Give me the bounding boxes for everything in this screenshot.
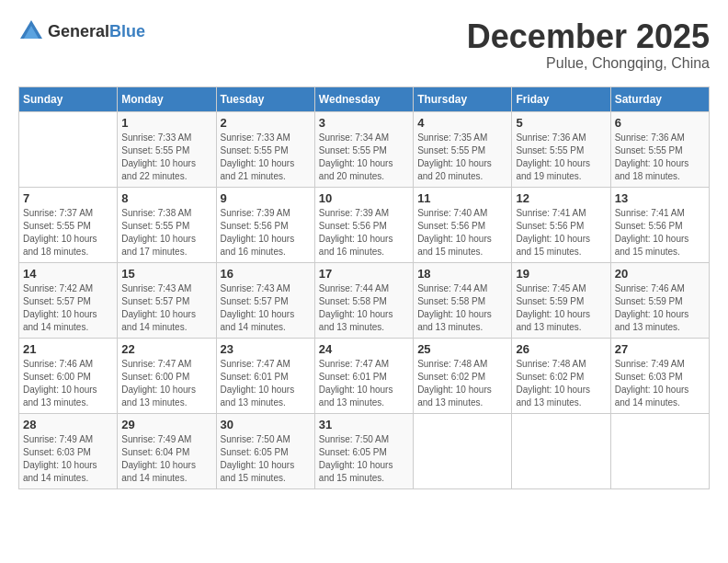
day-number: 15 [121, 267, 211, 281]
logo-icon [18, 18, 44, 44]
day-info: Sunrise: 7:48 AM Sunset: 6:02 PM Dayligh… [417, 358, 507, 409]
header-row: SundayMondayTuesdayWednesdayThursdayFrid… [19, 86, 710, 111]
day-cell: 23Sunrise: 7:47 AM Sunset: 6:01 PM Dayli… [216, 338, 314, 413]
day-info: Sunrise: 7:48 AM Sunset: 6:02 PM Dayligh… [516, 358, 606, 409]
day-cell: 21Sunrise: 7:46 AM Sunset: 6:00 PM Dayli… [19, 338, 118, 413]
day-cell: 12Sunrise: 7:41 AM Sunset: 5:56 PM Dayli… [512, 187, 610, 262]
day-number: 27 [615, 342, 705, 356]
header-cell-saturday: Saturday [610, 86, 709, 111]
week-row-1: 1Sunrise: 7:33 AM Sunset: 5:55 PM Daylig… [19, 111, 710, 187]
header-cell-wednesday: Wednesday [314, 86, 413, 111]
day-cell: 27Sunrise: 7:49 AM Sunset: 6:03 PM Dayli… [610, 338, 709, 413]
day-number: 7 [23, 191, 113, 205]
day-number: 9 [221, 191, 311, 205]
day-info: Sunrise: 7:49 AM Sunset: 6:03 PM Dayligh… [23, 433, 113, 485]
day-info: Sunrise: 7:36 AM Sunset: 5:55 PM Dayligh… [615, 132, 705, 183]
week-row-4: 21Sunrise: 7:46 AM Sunset: 6:00 PM Dayli… [19, 338, 710, 413]
day-cell: 26Sunrise: 7:48 AM Sunset: 6:02 PM Dayli… [512, 338, 610, 413]
day-info: Sunrise: 7:43 AM Sunset: 5:57 PM Dayligh… [121, 282, 211, 334]
day-cell: 2Sunrise: 7:33 AM Sunset: 5:55 PM Daylig… [216, 111, 314, 187]
day-cell: 13Sunrise: 7:41 AM Sunset: 5:56 PM Dayli… [610, 187, 709, 262]
day-cell [19, 111, 118, 187]
day-number: 30 [221, 418, 311, 431]
day-number: 18 [417, 267, 507, 281]
calendar-body: 1Sunrise: 7:33 AM Sunset: 5:55 PM Daylig… [19, 111, 710, 488]
day-info: Sunrise: 7:50 AM Sunset: 6:05 PM Dayligh… [319, 433, 409, 485]
day-cell: 20Sunrise: 7:46 AM Sunset: 5:59 PM Dayli… [610, 262, 709, 338]
day-number: 3 [319, 116, 409, 130]
day-number: 21 [23, 342, 113, 356]
day-number: 19 [516, 267, 606, 281]
day-cell: 1Sunrise: 7:33 AM Sunset: 5:55 PM Daylig… [118, 111, 216, 187]
day-info: Sunrise: 7:47 AM Sunset: 6:00 PM Dayligh… [121, 358, 211, 409]
day-cell: 25Sunrise: 7:48 AM Sunset: 6:02 PM Dayli… [414, 338, 512, 413]
day-info: Sunrise: 7:41 AM Sunset: 5:56 PM Dayligh… [615, 207, 705, 259]
day-cell: 7Sunrise: 7:37 AM Sunset: 5:55 PM Daylig… [19, 187, 118, 262]
day-info: Sunrise: 7:41 AM Sunset: 5:56 PM Dayligh… [516, 207, 606, 259]
page-header: GeneralBlue December 2025 Pulue, Chongqi… [18, 18, 710, 72]
day-number: 17 [319, 267, 409, 281]
day-number: 22 [121, 342, 211, 356]
day-cell: 28Sunrise: 7:49 AM Sunset: 6:03 PM Dayli… [19, 413, 118, 488]
day-cell: 29Sunrise: 7:49 AM Sunset: 6:04 PM Dayli… [118, 413, 216, 488]
header-cell-thursday: Thursday [414, 86, 512, 111]
day-info: Sunrise: 7:45 AM Sunset: 5:59 PM Dayligh… [516, 282, 606, 334]
week-row-3: 14Sunrise: 7:42 AM Sunset: 5:57 PM Dayli… [19, 262, 710, 338]
day-cell: 18Sunrise: 7:44 AM Sunset: 5:58 PM Dayli… [414, 262, 512, 338]
calendar-table: SundayMondayTuesdayWednesdayThursdayFrid… [18, 86, 710, 489]
day-info: Sunrise: 7:38 AM Sunset: 5:55 PM Dayligh… [121, 207, 211, 259]
day-cell: 31Sunrise: 7:50 AM Sunset: 6:05 PM Dayli… [314, 413, 413, 488]
day-info: Sunrise: 7:47 AM Sunset: 6:01 PM Dayligh… [221, 358, 311, 409]
day-cell: 10Sunrise: 7:39 AM Sunset: 5:56 PM Dayli… [314, 187, 413, 262]
day-number: 23 [221, 342, 311, 356]
day-info: Sunrise: 7:44 AM Sunset: 5:58 PM Dayligh… [319, 282, 409, 334]
day-number: 25 [417, 342, 507, 356]
day-cell: 19Sunrise: 7:45 AM Sunset: 5:59 PM Dayli… [512, 262, 610, 338]
day-number: 2 [221, 116, 311, 130]
day-info: Sunrise: 7:36 AM Sunset: 5:55 PM Dayligh… [516, 132, 606, 183]
day-info: Sunrise: 7:47 AM Sunset: 6:01 PM Dayligh… [319, 358, 409, 409]
title-area: December 2025 Pulue, Chongqing, China [467, 18, 710, 72]
header-cell-sunday: Sunday [19, 86, 118, 111]
day-number: 31 [319, 418, 409, 431]
day-info: Sunrise: 7:49 AM Sunset: 6:03 PM Dayligh… [615, 358, 705, 409]
day-cell: 14Sunrise: 7:42 AM Sunset: 5:57 PM Dayli… [19, 262, 118, 338]
day-number: 12 [516, 191, 606, 205]
day-number: 20 [615, 267, 705, 281]
day-cell: 17Sunrise: 7:44 AM Sunset: 5:58 PM Dayli… [314, 262, 413, 338]
day-info: Sunrise: 7:37 AM Sunset: 5:55 PM Dayligh… [23, 207, 113, 259]
header-cell-friday: Friday [512, 86, 610, 111]
day-cell: 3Sunrise: 7:34 AM Sunset: 5:55 PM Daylig… [314, 111, 413, 187]
day-number: 11 [417, 191, 507, 205]
day-cell: 24Sunrise: 7:47 AM Sunset: 6:01 PM Dayli… [314, 338, 413, 413]
day-cell: 4Sunrise: 7:35 AM Sunset: 5:55 PM Daylig… [414, 111, 512, 187]
week-row-5: 28Sunrise: 7:49 AM Sunset: 6:03 PM Dayli… [19, 413, 710, 488]
day-cell: 16Sunrise: 7:43 AM Sunset: 5:57 PM Dayli… [216, 262, 314, 338]
calendar-header: SundayMondayTuesdayWednesdayThursdayFrid… [19, 86, 710, 111]
day-number: 28 [23, 418, 113, 431]
day-cell: 22Sunrise: 7:47 AM Sunset: 6:00 PM Dayli… [118, 338, 216, 413]
day-info: Sunrise: 7:40 AM Sunset: 5:56 PM Dayligh… [417, 207, 507, 259]
day-number: 26 [516, 342, 606, 356]
logo: GeneralBlue [18, 18, 145, 44]
day-number: 13 [615, 191, 705, 205]
day-cell [512, 413, 610, 488]
day-number: 16 [221, 267, 311, 281]
header-cell-monday: Monday [118, 86, 216, 111]
day-info: Sunrise: 7:42 AM Sunset: 5:57 PM Dayligh… [23, 282, 113, 334]
day-cell: 9Sunrise: 7:39 AM Sunset: 5:56 PM Daylig… [216, 187, 314, 262]
day-info: Sunrise: 7:50 AM Sunset: 6:05 PM Dayligh… [221, 433, 311, 485]
day-number: 14 [23, 267, 113, 281]
day-info: Sunrise: 7:33 AM Sunset: 5:55 PM Dayligh… [121, 132, 211, 183]
day-cell: 6Sunrise: 7:36 AM Sunset: 5:55 PM Daylig… [610, 111, 709, 187]
day-info: Sunrise: 7:49 AM Sunset: 6:04 PM Dayligh… [121, 433, 211, 485]
day-number: 24 [319, 342, 409, 356]
week-row-2: 7Sunrise: 7:37 AM Sunset: 5:55 PM Daylig… [19, 187, 710, 262]
day-info: Sunrise: 7:35 AM Sunset: 5:55 PM Dayligh… [417, 132, 507, 183]
day-info: Sunrise: 7:39 AM Sunset: 5:56 PM Dayligh… [319, 207, 409, 259]
day-number: 1 [121, 116, 211, 130]
day-number: 8 [121, 191, 211, 205]
day-cell [414, 413, 512, 488]
day-info: Sunrise: 7:44 AM Sunset: 5:58 PM Dayligh… [417, 282, 507, 334]
day-info: Sunrise: 7:46 AM Sunset: 6:00 PM Dayligh… [23, 358, 113, 409]
